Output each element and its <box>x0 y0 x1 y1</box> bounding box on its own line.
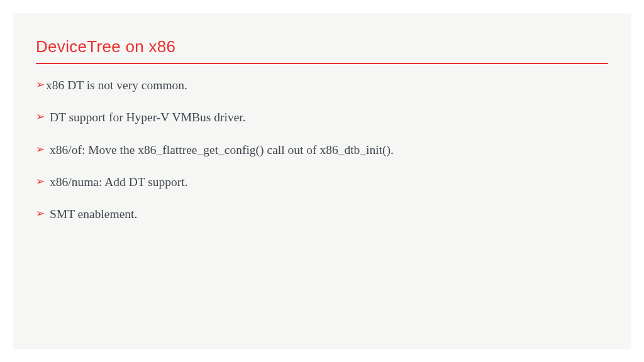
list-item: ➢ SMT enablement. <box>36 206 608 222</box>
list-item: ➢ x86 DT is not very common. <box>36 77 608 94</box>
list-item: ➢ x86/of: Move the x86_flattree_get_conf… <box>36 141 608 158</box>
slide-title: DeviceTree on x86 <box>36 37 608 57</box>
chevron-icon: ➢ <box>36 173 45 190</box>
bullet-text: x86 DT is not very common. <box>46 77 187 94</box>
bullet-text: SMT enablement. <box>50 206 137 222</box>
chevron-icon: ➢ <box>36 206 45 222</box>
chevron-icon: ➢ <box>36 109 45 125</box>
chevron-icon: ➢ <box>36 141 45 158</box>
chevron-icon: ➢ <box>36 77 45 93</box>
title-underline <box>36 63 608 64</box>
bullet-text: x86/numa: Add DT support. <box>50 173 188 190</box>
list-item: ➢ DT support for Hyper-V VMBus driver. <box>36 109 608 126</box>
list-item: ➢ x86/numa: Add DT support. <box>36 173 608 190</box>
bullet-text: x86/of: Move the x86_flattree_get_config… <box>50 141 394 158</box>
slide-container: DeviceTree on x86 ➢ x86 DT is not very c… <box>13 13 631 349</box>
bullet-list: ➢ x86 DT is not very common. ➢ DT suppor… <box>36 77 608 222</box>
bullet-text: DT support for Hyper-V VMBus driver. <box>50 109 246 126</box>
